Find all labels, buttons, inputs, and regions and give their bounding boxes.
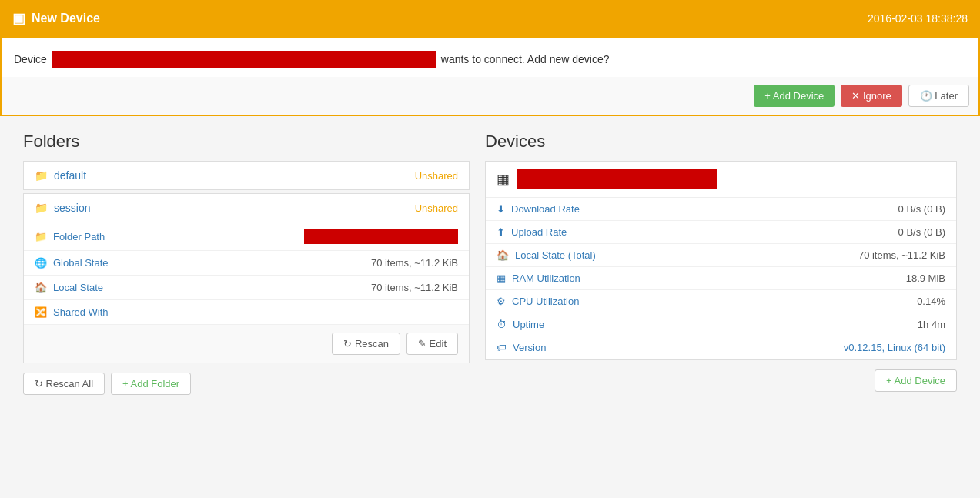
notification-panel: Device wants to connect. Add new device?… <box>0 37 980 116</box>
ram-icon: ▦ <box>497 272 506 284</box>
device-stat-cpu: ⚙ CPU Utilization 0.14% <box>486 290 956 313</box>
global-state-value: 70 items, ~11.2 KiB <box>371 257 458 269</box>
shared-with-icon: 🔀 <box>35 306 47 318</box>
device-home-icon: 🏠 <box>497 249 509 261</box>
cpu-icon: ⚙ <box>497 296 506 307</box>
main-content: Folders 📁 default Unshared 📁 session Uns… <box>0 116 980 410</box>
folder-icon-default: 📁 <box>35 169 48 182</box>
message-suffix: wants to connect. Add new device? <box>441 53 610 65</box>
device-stat-local-state: 🏠 Local State (Total) 70 items, ~11.2 Ki… <box>486 244 956 267</box>
notification-bar: ▣ New Device 2016-02-03 18:38:28 <box>0 0 980 37</box>
ram-label: ▦ RAM Utilization <box>497 272 580 284</box>
folders-panel: Folders 📁 default Unshared 📁 session Uns… <box>23 132 470 395</box>
version-label: 🏷 Version <box>497 342 546 353</box>
uptime-value: 1h 4m <box>918 319 945 330</box>
edit-button[interactable]: ✎ Edit <box>406 333 458 355</box>
ignore-button[interactable]: ✕ Ignore <box>841 85 901 107</box>
notification-actions: + Add Device ✕ Ignore 🕐 Later <box>2 77 978 115</box>
device-stat-download-rate: ⬇ Download Rate 0 B/s (0 B) <box>486 198 956 221</box>
download-rate-label: ⬇ Download Rate <box>497 203 580 215</box>
device-stat-upload-rate: ⬆ Upload Rate 0 B/s (0 B) <box>486 221 956 244</box>
device-icon: ▣ <box>12 10 25 27</box>
upload-rate-value: 0 B/s (0 B) <box>898 226 945 238</box>
devices-panel: Devices ▦ ⬇ Download Rate 0 B/s (0 B) <box>485 132 957 395</box>
download-icon: ⬇ <box>497 203 505 215</box>
folder-status-session: Unshared <box>415 202 458 214</box>
uptime-icon: ⏱ <box>497 319 507 330</box>
folder-item-default[interactable]: 📁 default Unshared <box>23 161 470 190</box>
device-local-state-value: 70 items, ~11.2 KiB <box>858 249 945 261</box>
device-grid-icon: ▦ <box>497 171 510 188</box>
folder-detail-path: 📁 Folder Path <box>24 222 469 251</box>
local-state-icon: 🏠 <box>35 282 47 293</box>
global-state-icon: 🌐 <box>35 257 47 269</box>
local-state-label: 🏠 Local State <box>35 282 103 293</box>
version-value: v0.12.15, Linux (64 bit) <box>844 342 945 353</box>
device-stat-uptime: ⏱ Uptime 1h 4m <box>486 313 956 336</box>
folder-path-label: 📁 Folder Path <box>35 231 105 242</box>
device-stat-version: 🏷 Version v0.12.15, Linux (64 bit) <box>486 336 956 359</box>
global-state-label: 🌐 Global State <box>35 257 109 269</box>
folder-path-icon: 📁 <box>35 231 47 242</box>
device-header: ▦ <box>486 162 956 198</box>
devices-title: Devices <box>485 132 957 152</box>
add-device-button-bottom[interactable]: + Add Device <box>875 369 957 392</box>
cpu-label: ⚙ CPU Utilization <box>497 296 579 307</box>
local-state-value: 70 items, ~11.2 KiB <box>371 282 458 293</box>
uptime-label: ⏱ Uptime <box>497 319 544 330</box>
rescan-all-button[interactable]: ↻ Rescan All <box>23 373 105 395</box>
message-prefix: Device <box>14 53 47 65</box>
device-stat-ram: ▦ RAM Utilization 18.9 MiB <box>486 267 956 290</box>
folder-detail-global-state: 🌐 Global State 70 items, ~11.2 KiB <box>24 251 469 276</box>
upload-icon: ⬆ <box>497 226 505 238</box>
device-id-redacted <box>52 51 436 68</box>
folder-name-default: 📁 default <box>35 169 86 182</box>
folder-header-session[interactable]: 📁 session Unshared <box>24 194 469 222</box>
folder-expanded-session: 📁 session Unshared 📁 Folder Path <box>23 193 470 363</box>
folder-name-session: 📁 session <box>35 202 90 214</box>
later-button[interactable]: 🕐 Later <box>908 85 969 107</box>
notification-timestamp: 2016-02-03 18:38:28 <box>868 12 968 25</box>
add-folder-button[interactable]: + Add Folder <box>111 373 191 395</box>
folder-status-default: Unshared <box>415 170 458 182</box>
notification-title: ▣ New Device <box>12 10 100 27</box>
rescan-button[interactable]: ↻ Rescan <box>332 333 400 355</box>
folder-bottom-actions: ↻ Rescan All + Add Folder <box>23 373 470 395</box>
folder-icon-session: 📁 <box>35 202 48 214</box>
devices-bottom-actions: + Add Device <box>485 369 957 392</box>
upload-rate-label: ⬆ Upload Rate <box>497 226 567 238</box>
version-icon: 🏷 <box>497 342 507 353</box>
folder-path-redacted <box>304 229 458 244</box>
folder-detail-local-state: 🏠 Local State 70 items, ~11.2 KiB <box>24 276 469 300</box>
folder-expanded-actions: ↻ Rescan ✎ Edit <box>24 325 469 363</box>
device-name-redacted <box>517 169 717 189</box>
notification-title-text: New Device <box>32 12 100 25</box>
folder-detail-shared-with: 🔀 Shared With <box>24 300 469 325</box>
download-rate-value: 0 B/s (0 B) <box>898 203 945 215</box>
ram-value: 18.9 MiB <box>906 272 945 284</box>
shared-with-label: 🔀 Shared With <box>35 306 109 318</box>
folders-title: Folders <box>23 132 470 152</box>
add-device-button-top[interactable]: + Add Device <box>754 85 835 107</box>
cpu-value: 0.14% <box>917 296 945 307</box>
device-card: ▦ ⬇ Download Rate 0 B/s (0 B) ⬆ Upload R… <box>485 161 957 360</box>
notification-message: Device wants to connect. Add new device? <box>14 51 966 68</box>
device-local-state-label: 🏠 Local State (Total) <box>497 249 596 261</box>
